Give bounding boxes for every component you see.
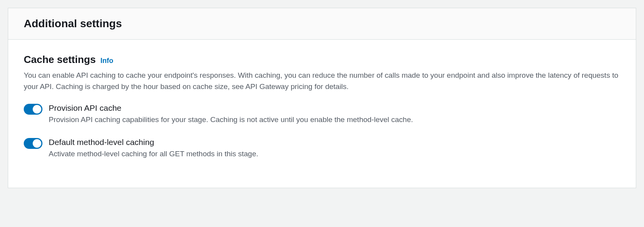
default-method-caching-description: Activate method-level caching for all GE… <box>49 148 620 160</box>
cache-settings-title: Cache settings <box>24 54 96 66</box>
cache-settings-description: You can enable API caching to cache your… <box>24 70 620 93</box>
default-method-caching-toggle[interactable] <box>24 138 42 149</box>
toggle-knob-icon <box>33 139 41 148</box>
toggle-knob-icon <box>33 105 41 114</box>
panel-body: Cache settings Info You can enable API c… <box>8 40 636 188</box>
panel-header: Additional settings <box>8 8 636 40</box>
provision-api-cache-description: Provision API caching capabilities for y… <box>49 114 620 126</box>
provision-api-cache-row: Provision API cache Provision API cachin… <box>24 103 620 126</box>
provision-api-cache-label: Provision API cache <box>49 103 620 113</box>
default-method-caching-content: Default method-level caching Activate me… <box>49 138 620 160</box>
cache-settings-heading-row: Cache settings Info <box>24 54 620 66</box>
additional-settings-panel: Additional settings Cache settings Info … <box>8 8 636 188</box>
provision-api-cache-toggle[interactable] <box>24 104 42 115</box>
default-method-caching-row: Default method-level caching Activate me… <box>24 138 620 160</box>
provision-api-cache-content: Provision API cache Provision API cachin… <box>49 103 620 126</box>
info-link[interactable]: Info <box>100 57 113 65</box>
default-method-caching-label: Default method-level caching <box>49 138 620 147</box>
panel-title: Additional settings <box>24 17 620 30</box>
